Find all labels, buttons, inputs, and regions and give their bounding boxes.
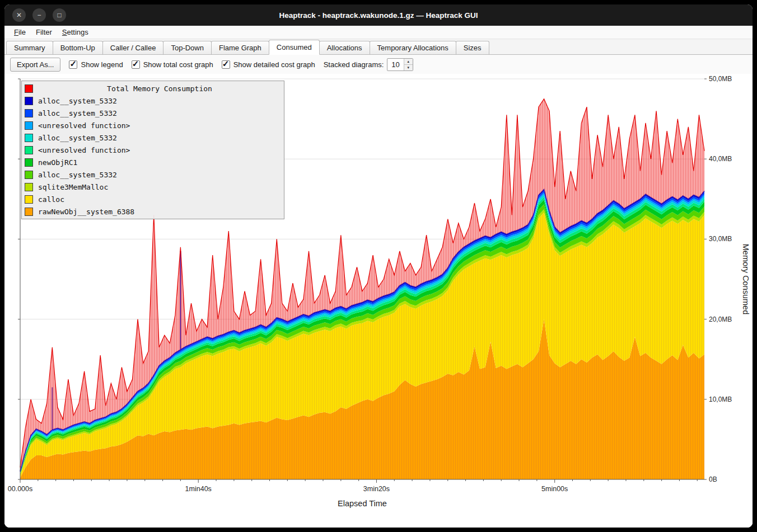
check-icon: ✓: [69, 59, 77, 69]
tab-bottom-up[interactable]: Bottom-Up: [53, 41, 103, 54]
tab-bar: SummaryBottom-UpCaller / CalleeTop-DownF…: [4, 39, 753, 55]
maximize-button[interactable]: □: [53, 8, 66, 22]
tab-summary[interactable]: Summary: [6, 41, 53, 54]
legend-label: sqlite3MemMalloc: [38, 183, 108, 191]
spinner-buttons: ▲ ▼: [404, 59, 413, 70]
y-tick-label: 0B: [709, 475, 717, 483]
legend-item: newObjRC1: [22, 156, 284, 168]
legend-item: <unresolved function>: [22, 144, 284, 156]
checkbox-show-total-cost-graph[interactable]: ✓Show total cost graph: [132, 60, 213, 69]
legend-label: alloc__system_5332: [38, 97, 117, 105]
legend-item: alloc__system_5332: [22, 95, 284, 107]
tab-allocations[interactable]: Allocations: [319, 41, 370, 54]
window-title: Heaptrack - heaptrack.wakunode.1.gz — He…: [4, 11, 753, 20]
checkbox-label: Show detailed cost graph: [233, 60, 315, 69]
close-button[interactable]: ✕: [12, 8, 26, 22]
y-tick-label: 10,0MB: [709, 396, 732, 403]
legend-label: alloc__system_5332: [38, 134, 117, 142]
window-controls: ✕ − □: [12, 8, 66, 22]
checkbox-label: Show total cost graph: [143, 60, 213, 69]
legend-item: alloc__system_5332: [22, 131, 284, 144]
legend-swatch: [25, 97, 33, 105]
y-tick-label: 30,0MB: [709, 235, 732, 243]
y-tick-label: 40,0MB: [709, 155, 732, 163]
checkbox-show-legend[interactable]: ✓Show legend: [69, 60, 123, 69]
stacked-diagrams-spinner[interactable]: 10 ▲ ▼: [387, 58, 413, 71]
y-tick-label: 50,0MB: [709, 75, 732, 83]
toolbar-checkboxes: ✓Show legend✓Show total cost graph✓Show …: [69, 60, 315, 69]
y-tick-label: 20,0MB: [709, 316, 732, 323]
legend-swatch: [25, 158, 33, 167]
spinner-up-icon[interactable]: ▲: [404, 59, 413, 65]
x-tick-label: 1min40s: [185, 485, 212, 493]
legend-item: alloc__system_5332: [22, 168, 284, 181]
stacked-diagrams-value: 10: [387, 59, 403, 70]
consumed-chart-region[interactable]: Total Memory Consumption alloc__system_5…: [4, 74, 753, 528]
tab-sizes[interactable]: Sizes: [456, 41, 489, 54]
checkbox-box[interactable]: ✓: [222, 60, 230, 69]
legend-swatch: [25, 183, 33, 191]
menu-bar: FileFilterSettings: [4, 26, 753, 39]
tab-temporary-allocations[interactable]: Temporary Allocations: [370, 41, 456, 54]
legend-item: sqlite3MemMalloc: [22, 181, 284, 193]
legend-label: newObjRC1: [38, 158, 77, 167]
tab-consumed[interactable]: Consumed: [269, 40, 320, 55]
check-icon: ✓: [132, 59, 139, 69]
legend-title-row: Total Memory Consumption: [22, 82, 284, 95]
legend-title: Total Memory Consumption: [38, 84, 281, 93]
checkbox-show-detailed-cost-graph[interactable]: ✓Show detailed cost graph: [222, 60, 315, 69]
legend-label: calloc: [38, 195, 64, 204]
legend-swatch: [25, 109, 33, 117]
desktop-background: { "window": { "title": "Heaptrack - heap…: [0, 0, 757, 532]
tab-caller-callee[interactable]: Caller / Callee: [102, 41, 164, 54]
menu-item-filter[interactable]: Filter: [31, 27, 57, 37]
stacked-diagrams-label: Stacked diagrams:: [324, 60, 384, 69]
legend-swatch: [25, 208, 33, 216]
title-bar: ✕ − □ Heaptrack - heaptrack.wakunode.1.g…: [4, 4, 753, 26]
legend-label: alloc__system_5332: [38, 171, 117, 179]
legend-swatch: [25, 171, 33, 179]
legend-swatch: [25, 195, 33, 204]
checkbox-label: Show legend: [81, 60, 123, 69]
legend-item: alloc__system_5332: [22, 107, 284, 119]
legend-swatch: [25, 146, 33, 154]
legend-label: alloc__system_5332: [38, 109, 117, 117]
legend-label: rawNewObj__system_6388: [38, 208, 134, 216]
x-tick-label: 5min00s: [541, 485, 568, 493]
menu-item-settings[interactable]: Settings: [57, 27, 94, 37]
menu-item-file[interactable]: File: [9, 27, 31, 37]
x-axis-title: Elapsed Time: [338, 499, 387, 508]
chart-legend: Total Memory Consumption alloc__system_5…: [21, 81, 284, 219]
tab-top-down[interactable]: Top-Down: [163, 41, 212, 54]
check-icon: ✓: [222, 59, 230, 69]
export-as-button[interactable]: Export As...: [10, 58, 60, 72]
legend-item: <unresolved function>: [22, 119, 284, 131]
legend-item: calloc: [22, 193, 284, 205]
legend-swatch: [25, 134, 33, 142]
toolbar: Export As... ✓Show legend✓Show total cos…: [4, 55, 753, 74]
spinner-down-icon[interactable]: ▼: [404, 65, 413, 70]
legend-label: <unresolved function>: [38, 121, 130, 130]
checkbox-box[interactable]: ✓: [69, 60, 77, 69]
y-axis-title: Memory Consumed: [741, 244, 750, 315]
legend-total-swatch: [25, 84, 33, 93]
tab-flame-graph[interactable]: Flame Graph: [211, 41, 269, 54]
x-tick-label: 00.000s: [8, 485, 32, 493]
legend-swatch: [25, 121, 33, 130]
legend-item: rawNewObj__system_6388: [22, 205, 284, 218]
x-tick-label: 3min20s: [363, 485, 390, 493]
checkbox-box[interactable]: ✓: [132, 60, 140, 69]
legend-label: <unresolved function>: [38, 146, 130, 154]
app-window: ✕ − □ Heaptrack - heaptrack.wakunode.1.g…: [4, 4, 753, 528]
minimize-button[interactable]: −: [32, 8, 46, 22]
